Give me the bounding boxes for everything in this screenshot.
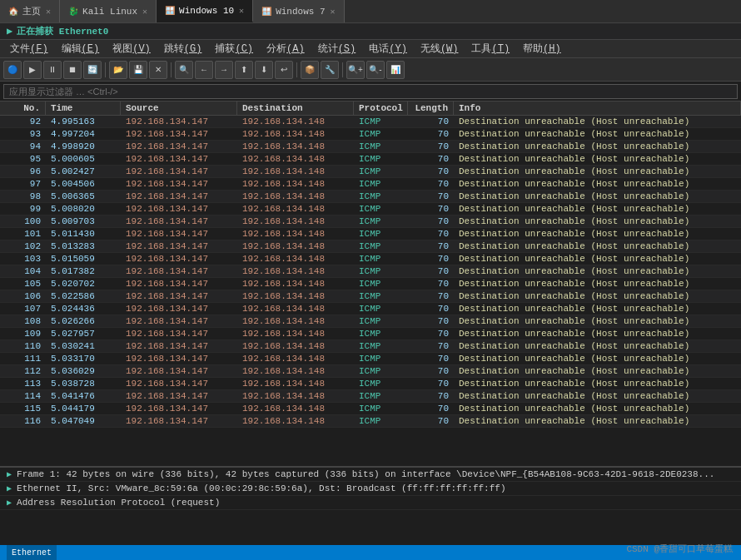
tab-kali[interactable]: 🐉 Kali Linux ✕ (60, 0, 157, 22)
menu-capture[interactable]: 捕获(C) (208, 40, 260, 57)
table-row[interactable]: 93 4.997204 192.168.134.147 192.168.134.… (0, 128, 741, 141)
list-item[interactable]: ▶ Ethernet II, Src: VMware_8c:59:6a (00:… (0, 482, 741, 496)
tab-win10-close[interactable]: ✕ (239, 6, 244, 16)
tab-home-close[interactable]: ✕ (46, 7, 51, 17)
table-row[interactable]: 99 5.008020 192.168.134.147 192.168.134.… (0, 203, 741, 216)
table-row[interactable]: 108 5.026266 192.168.134.147 192.168.134… (0, 315, 741, 328)
cell-src: 192.168.134.147 (121, 328, 237, 339)
list-item[interactable]: ▶ Frame 1: 42 bytes on wire (336 bits), … (0, 468, 741, 482)
cell-src: 192.168.134.147 (121, 303, 237, 315)
toolbar-play-btn[interactable]: ▶ (23, 61, 42, 79)
filter-input[interactable] (3, 84, 738, 99)
toolbar-up-btn[interactable]: ⬆ (235, 61, 253, 79)
table-row[interactable]: 109 5.027957 192.168.134.147 192.168.134… (0, 328, 741, 340)
packet-list[interactable]: No. Time Source Destination Protocol Len… (0, 102, 741, 466)
toolbar-save-btn[interactable]: 💾 (129, 61, 147, 79)
menu-tools[interactable]: 工具(T) (465, 40, 516, 57)
cell-proto: ICMP (354, 390, 408, 402)
table-row[interactable]: 115 5.044179 192.168.134.147 192.168.134… (0, 403, 741, 415)
table-row[interactable]: 116 5.047049 192.168.134.147 192.168.134… (0, 415, 741, 428)
toolbar-return-btn[interactable]: ↩ (275, 61, 293, 79)
table-row[interactable]: 94 4.998920 192.168.134.147 192.168.134.… (0, 141, 741, 153)
toolbar-find-btn[interactable]: 🔍 (175, 61, 193, 79)
table-row[interactable]: 107 5.024436 192.168.134.147 192.168.134… (0, 303, 741, 315)
table-row[interactable]: 102 5.013283 192.168.134.147 192.168.134… (0, 240, 741, 253)
cell-time: 5.013283 (46, 240, 121, 252)
table-row[interactable]: 103 5.015059 192.168.134.147 192.168.134… (0, 253, 741, 265)
cell-dst: 192.168.134.148 (237, 365, 354, 377)
cell-src: 192.168.134.147 (121, 403, 237, 414)
cell-dst: 192.168.134.148 (237, 415, 354, 427)
cell-src: 192.168.134.147 (121, 315, 237, 327)
toolbar-start-btn[interactable]: 🔵 (3, 61, 22, 79)
cell-info: Destination unreachable (Host unreachabl… (454, 315, 741, 327)
cell-time: 5.027957 (46, 328, 121, 339)
toolbar-zoom-out-btn[interactable]: 🔍- (366, 61, 385, 79)
table-row[interactable]: 110 5.030241 192.168.134.147 192.168.134… (0, 340, 741, 353)
tab-win7-close[interactable]: ✕ (331, 7, 336, 17)
cell-proto: ICMP (354, 178, 408, 190)
table-row[interactable]: 114 5.041476 192.168.134.147 192.168.134… (0, 390, 741, 403)
cell-len: 70 (408, 128, 454, 140)
table-row[interactable]: 106 5.022586 192.168.134.147 192.168.134… (0, 290, 741, 303)
toolbar-open-btn[interactable]: 📂 (109, 61, 127, 79)
cell-info: Destination unreachable (Host unreachabl… (454, 153, 741, 165)
cell-dst: 192.168.134.148 (237, 178, 354, 190)
menu-edit[interactable]: 编辑(E) (55, 40, 107, 57)
menu-analyze[interactable]: 分析(A) (260, 40, 311, 57)
tab-win7-label: Windows 7 (276, 7, 325, 17)
list-item[interactable]: ▶ Address Resolution Protocol (request) (0, 496, 741, 510)
cell-dst: 192.168.134.148 (237, 228, 354, 240)
cell-dst: 192.168.134.148 (237, 390, 354, 402)
cell-no: 112 (0, 365, 46, 377)
cell-proto: ICMP (354, 340, 408, 352)
toolbar-stats-btn[interactable]: 📊 (386, 61, 405, 79)
toolbar-down-btn[interactable]: ⬇ (255, 61, 273, 79)
cell-len: 70 (408, 390, 454, 402)
toolbar-back-btn[interactable]: ← (195, 61, 213, 79)
table-row[interactable]: 105 5.020702 192.168.134.147 192.168.134… (0, 278, 741, 290)
cell-src: 192.168.134.147 (121, 153, 237, 165)
cell-no: 100 (0, 216, 46, 227)
toolbar-fwd-btn[interactable]: → (215, 61, 233, 79)
tab-home[interactable]: 🏠 主页 ✕ (0, 0, 60, 22)
cell-src: 192.168.134.147 (121, 166, 237, 177)
cell-proto: ICMP (354, 228, 408, 240)
table-row[interactable]: 100 5.009703 192.168.134.147 192.168.134… (0, 216, 741, 228)
cell-dst: 192.168.134.148 (237, 153, 354, 165)
table-row[interactable]: 95 5.000605 192.168.134.147 192.168.134.… (0, 153, 741, 166)
table-row[interactable]: 98 5.006365 192.168.134.147 192.168.134.… (0, 191, 741, 203)
menu-wireless[interactable]: 无线(W) (414, 40, 465, 57)
table-row[interactable]: 112 5.036029 192.168.134.147 192.168.134… (0, 365, 741, 378)
table-row[interactable]: 113 5.038728 192.168.134.147 192.168.134… (0, 378, 741, 390)
table-row[interactable]: 96 5.002427 192.168.134.147 192.168.134.… (0, 166, 741, 178)
menu-file[interactable]: 文件(F) (3, 40, 55, 57)
table-row[interactable]: 104 5.017382 192.168.134.147 192.168.134… (0, 265, 741, 278)
tab-win10[interactable]: 🪟 Windows 10 ✕ (157, 0, 253, 22)
table-row[interactable]: 111 5.033170 192.168.134.147 192.168.134… (0, 353, 741, 365)
table-row[interactable]: 101 5.011430 192.168.134.147 192.168.134… (0, 228, 741, 240)
menu-statistics[interactable]: 统计(S) (311, 40, 363, 57)
cell-info: Destination unreachable (Host unreachabl… (454, 141, 741, 152)
toolbar-pause-btn[interactable]: ⏸ (43, 61, 62, 79)
cell-info: Destination unreachable (Host unreachabl… (454, 203, 741, 215)
toolbar-zoom-in-btn[interactable]: 🔍+ (346, 61, 365, 79)
menu-goto[interactable]: 跳转(G) (157, 40, 209, 57)
table-row[interactable]: 97 5.004506 192.168.134.147 192.168.134.… (0, 178, 741, 191)
capture-status-text: 正在捕获 Ethernet0 (17, 25, 108, 37)
cell-info: Destination unreachable (Host unreachabl… (454, 390, 741, 402)
toolbar-stop-btn[interactable]: ⏹ (63, 61, 82, 79)
toolbar-close-btn[interactable]: ✕ (149, 61, 167, 79)
toolbar-pref-btn[interactable]: 🔧 (321, 61, 339, 79)
menu-view[interactable]: 视图(V) (106, 40, 157, 57)
menu-telephony[interactable]: 电话(Y) (362, 40, 414, 57)
cell-time: 5.004506 (46, 178, 121, 190)
toolbar-decode-btn[interactable]: 📦 (301, 61, 319, 79)
tab-kali-close[interactable]: ✕ (142, 7, 147, 17)
capture-icon: ▶ (7, 25, 12, 37)
toolbar-restart-btn[interactable]: 🔄 (83, 61, 102, 79)
tab-win7[interactable]: 🪟 Windows 7 ✕ (253, 0, 344, 22)
menu-help[interactable]: 帮助(H) (516, 40, 568, 57)
table-row[interactable]: 92 4.995163 192.168.134.147 192.168.134.… (0, 116, 741, 128)
cell-time: 5.026266 (46, 315, 121, 327)
